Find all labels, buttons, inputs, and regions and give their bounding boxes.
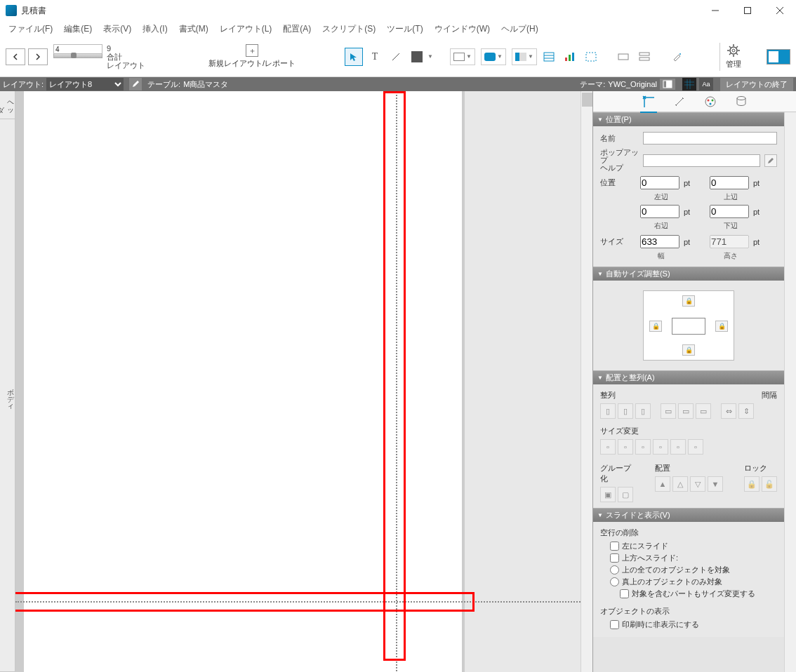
align-section-header[interactable]: 配置と整列(A) xyxy=(593,370,784,384)
field-picker-tool[interactable] xyxy=(614,48,632,66)
format-painter-tool[interactable] xyxy=(668,48,686,66)
menu-view[interactable]: 表示(V) xyxy=(98,23,137,35)
slide-up-direct-radio[interactable] xyxy=(610,577,619,586)
menu-window[interactable]: ウインドウ(W) xyxy=(429,23,496,35)
prev-layout-button[interactable] xyxy=(6,48,25,65)
layout-total: 9 xyxy=(107,44,145,53)
panel-toggle[interactable] xyxy=(767,49,790,65)
align-right-button[interactable]: ▯ xyxy=(635,403,651,419)
canvas-scrollbar[interactable] xyxy=(581,91,592,672)
unlock-button[interactable]: 🔓 xyxy=(762,476,777,492)
menu-format[interactable]: 書式(M) xyxy=(173,23,214,35)
position-section-header[interactable]: 位置(P) xyxy=(593,112,784,126)
pointer-tool[interactable] xyxy=(345,48,363,66)
portal-tool[interactable] xyxy=(540,48,558,66)
button-tool[interactable]: ▼ xyxy=(481,48,506,65)
menu-script[interactable]: スクリプト(S) xyxy=(317,23,381,35)
align-bottom-button[interactable]: ▭ xyxy=(696,403,711,419)
resize-min-w-button[interactable]: ▫ xyxy=(600,439,616,455)
position-tab-icon[interactable] xyxy=(642,95,656,109)
lock-button[interactable]: 🔒 xyxy=(744,476,759,492)
bring-front-button[interactable]: ▲ xyxy=(655,476,670,492)
canvas[interactable] xyxy=(15,91,592,672)
bottom-field[interactable] xyxy=(710,205,749,218)
appearance-tab-icon[interactable] xyxy=(703,95,717,109)
menu-edit[interactable]: 編集(E) xyxy=(58,23,98,35)
layout-number-field[interactable]: 4 xyxy=(53,44,102,54)
manage-button[interactable]: 管理 xyxy=(726,43,741,69)
text-style-icon[interactable]: Aa xyxy=(699,78,713,90)
popup-help-field[interactable] xyxy=(643,154,760,167)
width-field[interactable] xyxy=(640,235,679,248)
slide-up-all-radio[interactable] xyxy=(610,565,619,574)
bring-forward-button[interactable]: △ xyxy=(672,476,688,492)
anchor-left-icon[interactable]: 🔒 xyxy=(649,321,662,332)
slide-section-header[interactable]: スライドと表示(V) xyxy=(593,508,784,522)
menu-layout[interactable]: レイアウト(L) xyxy=(214,23,278,35)
svg-point-38 xyxy=(711,99,713,101)
hide-print-checkbox[interactable] xyxy=(610,620,619,629)
distribute-h-button[interactable]: ⇔ xyxy=(721,403,736,419)
webview-tool[interactable] xyxy=(582,48,600,66)
edit-layout-icon[interactable] xyxy=(129,78,142,90)
menu-insert[interactable]: 挿入(I) xyxy=(137,23,173,35)
autosize-box[interactable]: 🔒 🔒 🔒 🔒 xyxy=(643,290,734,361)
slide-up-checkbox[interactable] xyxy=(610,553,619,563)
chart-tool[interactable] xyxy=(561,48,579,66)
anchor-center[interactable] xyxy=(672,318,705,335)
text-tool[interactable]: T xyxy=(366,48,384,66)
resize-max-h-button[interactable]: ▫ xyxy=(653,439,668,455)
tab-tool[interactable]: ▼ xyxy=(512,48,537,65)
align-center-h-button[interactable]: ▯ xyxy=(618,403,633,419)
data-tab-icon[interactable] xyxy=(734,95,748,109)
inspector-panel: 位置(P) 名前 ポップアップヘルプ 位置 pt xyxy=(592,91,796,672)
name-field[interactable] xyxy=(643,132,777,145)
distribute-v-button[interactable]: ⇕ xyxy=(738,403,754,419)
align-left-button[interactable]: ▯ xyxy=(600,403,616,419)
gear-icon xyxy=(727,43,741,58)
layout-select[interactable]: レイアウト8 xyxy=(46,78,124,90)
align-top-button[interactable]: ▭ xyxy=(661,403,676,419)
theme-picker-button[interactable] xyxy=(660,79,675,90)
maximize-button[interactable] xyxy=(731,0,764,21)
field-tool[interactable]: ▼ xyxy=(450,48,475,65)
resize-5-button[interactable]: ▫ xyxy=(670,439,686,455)
resize-6-button[interactable]: ▫ xyxy=(688,439,703,455)
close-button[interactable] xyxy=(764,0,796,21)
minimize-button[interactable] xyxy=(699,0,731,21)
part-tool[interactable] xyxy=(635,48,654,66)
resize-min-h-button[interactable]: ▫ xyxy=(635,439,651,455)
inspector-scrollbar[interactable] xyxy=(784,112,796,672)
plus-icon: ＋ xyxy=(246,44,258,57)
header-part-label[interactable]: ヘッダ xyxy=(0,91,15,119)
anchor-right-icon[interactable]: 🔒 xyxy=(715,321,728,332)
rect-tool[interactable] xyxy=(408,48,426,66)
new-layout-button[interactable]: ＋ 新規レイアウト/レポート xyxy=(208,44,296,69)
exit-layout-button[interactable]: レイアウトの終了 xyxy=(720,78,793,91)
body-part-label[interactable]: ボディ xyxy=(0,119,15,672)
grid-icon[interactable] xyxy=(682,78,696,90)
slide-left-checkbox[interactable] xyxy=(610,542,619,551)
resize-part-checkbox[interactable] xyxy=(620,589,629,598)
next-layout-button[interactable] xyxy=(28,48,48,65)
send-back-button[interactable]: ▼ xyxy=(708,476,723,492)
group-button[interactable]: ▣ xyxy=(600,487,616,502)
right-field[interactable] xyxy=(640,205,679,218)
align-center-v-button[interactable]: ▭ xyxy=(678,403,694,419)
anchor-bottom-icon[interactable]: 🔒 xyxy=(682,344,695,356)
send-backward-button[interactable]: ▽ xyxy=(690,476,705,492)
resize-max-w-button[interactable]: ▫ xyxy=(618,439,633,455)
left-field[interactable] xyxy=(640,176,679,189)
anchor-top-icon[interactable]: 🔒 xyxy=(682,295,695,307)
menu-arrange[interactable]: 配置(A) xyxy=(277,23,317,35)
line-tool[interactable] xyxy=(387,48,405,66)
menu-help[interactable]: ヘルプ(H) xyxy=(496,23,544,35)
styles-tab-icon[interactable] xyxy=(672,95,686,109)
menu-file[interactable]: ファイル(F) xyxy=(3,23,58,35)
menu-tools[interactable]: ツール(T) xyxy=(381,23,428,35)
popup-edit-icon[interactable] xyxy=(764,154,777,167)
autosize-section-header[interactable]: 自動サイズ調整(S) xyxy=(593,267,784,281)
highlight-vertical xyxy=(383,91,406,661)
top-field[interactable] xyxy=(710,176,749,189)
ungroup-button[interactable]: ▢ xyxy=(618,487,633,502)
